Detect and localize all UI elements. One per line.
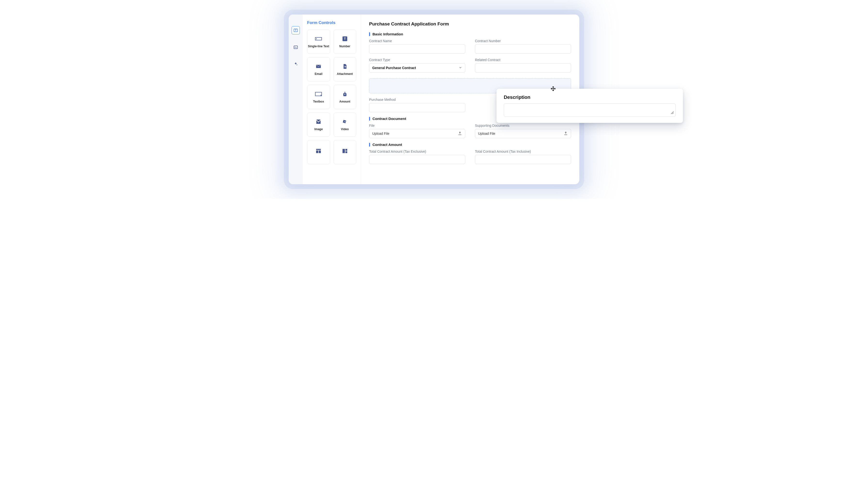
field-total-inc: Total Contract Amount (Tax Inclusive) (475, 149, 571, 164)
section-basic-title: Basic Information (369, 32, 571, 36)
svg-text:¥: ¥ (344, 93, 345, 95)
field-supporting-documents: Supporting Documents Upload File (475, 124, 571, 138)
control-single-line-text[interactable]: Single-line Text (307, 30, 330, 54)
control-label: Textbox (313, 100, 324, 103)
chevron-down-icon (459, 66, 462, 70)
svg-text:T: T (344, 37, 346, 40)
control-label: Number (339, 45, 350, 48)
field-file: File Upload File (369, 124, 465, 138)
upload-icon (458, 131, 462, 136)
control-number[interactable]: T Number (334, 30, 356, 54)
layout-collage-icon (341, 148, 349, 154)
image-icon (314, 118, 322, 125)
control-textbox[interactable]: Textbox (307, 85, 330, 109)
email-icon (314, 63, 322, 70)
section-title-text: Contract Amount (372, 143, 402, 147)
floating-card-title: Description (504, 94, 676, 100)
control-amount[interactable]: ¥ Amount (334, 85, 356, 109)
control-attachment[interactable]: Attachment (334, 57, 356, 81)
move-icon[interactable] (550, 86, 556, 92)
control-layout-b[interactable] (334, 140, 356, 164)
floating-description-card[interactable]: Description (496, 89, 683, 123)
field-related-contract: Related Contract (475, 58, 571, 73)
control-label: Email (315, 72, 322, 76)
upload-file[interactable]: Upload File (369, 129, 465, 138)
field-total-ex: Total Contract Amount (Tax Exclusive) (369, 149, 465, 164)
svg-rect-13 (342, 149, 345, 153)
controls-panel: Form Controls Single-line Text T Number … (303, 15, 361, 184)
input-related-contract[interactable] (475, 63, 571, 73)
form-title: Purchase Contract Application Form (369, 21, 571, 27)
field-contract-name: Contract Name (369, 39, 465, 54)
textbox-icon (314, 91, 322, 97)
svg-rect-11 (316, 150, 318, 153)
input-total-inc[interactable] (475, 155, 571, 164)
number-icon: T (341, 35, 349, 42)
field-purchase-method: Purchase Method (369, 98, 465, 112)
upload-placeholder: Upload File (372, 132, 390, 136)
control-video[interactable]: Video (334, 112, 356, 137)
svg-rect-14 (345, 149, 347, 151)
video-icon (341, 118, 349, 125)
field-contract-type: Contract Type General Purchase Contract (369, 58, 465, 73)
form-canvas: Purchase Contract Application Form Basic… (361, 15, 579, 184)
description-textarea[interactable] (504, 104, 676, 117)
label-contract-type: Contract Type (369, 58, 465, 62)
input-total-ex[interactable] (369, 155, 465, 164)
svg-point-9 (319, 123, 320, 123)
control-layout-a[interactable] (307, 140, 330, 164)
label-contract-name: Contract Name (369, 39, 465, 43)
select-value: General Purchase Contract (372, 66, 416, 70)
input-purchase-method[interactable] (369, 103, 465, 112)
svg-rect-15 (345, 151, 347, 153)
control-email[interactable]: Email (307, 57, 330, 81)
rail-tab-terminal[interactable] (291, 43, 300, 51)
control-image[interactable]: Image (307, 112, 330, 137)
attachment-icon (341, 63, 349, 70)
resize-grip-icon[interactable] (671, 111, 674, 115)
label-contract-number: Contract Number (475, 39, 571, 43)
upload-supporting-documents[interactable]: Upload File (475, 129, 571, 138)
input-contract-number[interactable] (475, 45, 571, 54)
controls-grid: Single-line Text T Number Email Attachme… (307, 30, 356, 164)
label-total-ex: Total Contract Amount (Tax Exclusive) (369, 149, 465, 153)
svg-rect-10 (316, 149, 321, 150)
control-label: Attachment (337, 72, 353, 76)
upload-placeholder: Upload File (478, 132, 495, 136)
field-contract-number: Contract Number (475, 39, 571, 54)
control-label: Amount (339, 100, 350, 103)
svg-rect-1 (294, 46, 298, 49)
section-title-text: Contract Document (372, 117, 406, 121)
rail-tab-ai[interactable] (291, 60, 300, 68)
label-supporting-documents: Supporting Documents (475, 124, 571, 127)
section-title-text: Basic Information (372, 32, 403, 36)
label-file: File (369, 124, 465, 127)
select-contract-type[interactable]: General Purchase Contract (369, 63, 465, 73)
section-amount-title: Contract Amount (369, 143, 571, 147)
label-related-contract: Related Contract (475, 58, 571, 62)
upload-icon (564, 131, 568, 136)
label-total-inc: Total Contract Amount (Tax Inclusive) (475, 149, 571, 153)
control-label: Image (314, 127, 323, 131)
control-label: Single-line Text (308, 45, 329, 48)
rail-tab-text[interactable] (291, 26, 300, 34)
control-label: Video (341, 127, 349, 131)
text-input-icon (314, 35, 322, 42)
layout-columns-icon (314, 148, 322, 154)
controls-panel-title: Form Controls (307, 20, 356, 25)
app-window: Form Controls Single-line Text T Number … (289, 15, 579, 184)
amount-icon: ¥ (341, 91, 349, 97)
svg-rect-12 (319, 150, 321, 153)
left-rail (289, 15, 303, 184)
input-contract-name[interactable] (369, 45, 465, 54)
label-purchase-method: Purchase Method (369, 98, 465, 102)
